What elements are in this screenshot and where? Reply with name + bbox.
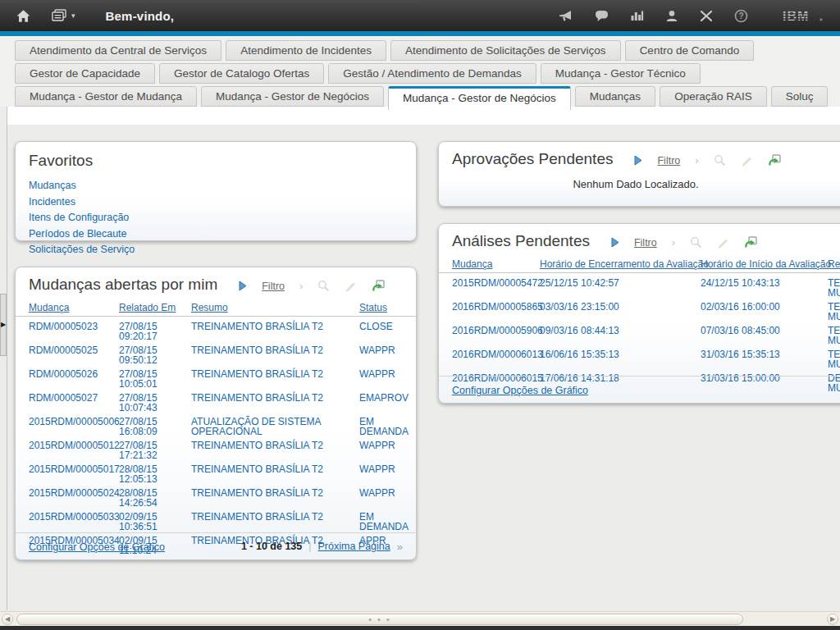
- cell-status: WAPPR: [359, 463, 415, 485]
- column-header-status[interactable]: Status: [359, 302, 387, 313]
- filter-link[interactable]: Filtro: [657, 155, 680, 167]
- cell-horario-inicio: 31/03/16 15:35:13: [701, 348, 828, 370]
- configure-graph-options-link[interactable]: Configurar Opções de Gráfico: [29, 541, 165, 553]
- cell-horario-inicio: 02/03/16 16:00:00: [701, 300, 828, 322]
- table-row: 2015RDM/00005472 25/12/15 10:42:57 24/12…: [439, 275, 840, 299]
- refresh-icon[interactable]: [768, 154, 781, 167]
- cell-resumo: TES MU: [828, 348, 840, 370]
- cell-resumo: TES MU: [828, 324, 840, 346]
- cell-mudanca[interactable]: 2015RDM/00005017: [29, 463, 119, 485]
- column-header-resumo[interactable]: Resumo: [191, 302, 228, 313]
- column-header-relatado-em[interactable]: Relatado Em: [119, 302, 176, 313]
- tab-atendimento-central-servicos[interactable]: Atendimento da Central de Serviços: [15, 40, 221, 61]
- favorite-link-solicitacoes-servico[interactable]: Solicitações de Serviço: [29, 244, 135, 255]
- close-icon[interactable]: [700, 10, 713, 22]
- table-row: 2015RDM/00005006 27/08/15 16:08:09 ATUAL…: [16, 413, 416, 437]
- table-row: RDM/00005026 27/08/15 10:05:01 TREINAMEN…: [16, 366, 416, 390]
- favorite-link-periodos-blecaute[interactable]: Períodos de Blecaute: [29, 228, 127, 240]
- filter-link[interactable]: Filtro: [262, 281, 285, 292]
- cell-mudanca[interactable]: RDM/00005027: [29, 391, 119, 413]
- cell-mudanca[interactable]: 2016RDM/00005865: [452, 300, 540, 322]
- refresh-icon[interactable]: [744, 236, 757, 249]
- cell-relatado-em: 27/08/15 16:08:09: [119, 415, 191, 437]
- my-open-changes-title: Mudanças abertas por mim: [29, 276, 217, 294]
- cell-mudanca[interactable]: 2016RDM/00006013: [452, 348, 540, 370]
- search-icon[interactable]: [714, 154, 726, 167]
- filter-link[interactable]: Filtro: [634, 237, 657, 249]
- cell-mudanca[interactable]: 2015RDM/00005472: [452, 276, 540, 299]
- column-header-horario-inicio[interactable]: Horário de Início da Avaliação: [701, 258, 831, 270]
- scrollbar-track[interactable]: • • •: [15, 613, 825, 626]
- chevron-right-icon: ›: [695, 154, 698, 167]
- panel-header: Aprovações Pendentes Filtro ›: [439, 142, 840, 168]
- tab-centro-comando[interactable]: Centro de Comando: [625, 40, 755, 61]
- expand-filter-icon[interactable]: [239, 281, 247, 291]
- tab-operacao-rais[interactable]: Operação RAIS: [660, 86, 767, 107]
- column-header-mudanca[interactable]: Mudança: [452, 258, 492, 270]
- favorite-link-incidentes[interactable]: Incidentes: [29, 196, 75, 208]
- announcements-icon[interactable]: [559, 10, 573, 22]
- cell-mudanca[interactable]: 2015RDM/00005033: [29, 510, 119, 532]
- tab-gestor-capacidade[interactable]: Gestor de Capacidade: [15, 63, 155, 84]
- refresh-icon[interactable]: [372, 280, 385, 292]
- next-page-link[interactable]: Próxima Página: [318, 541, 390, 552]
- panel-header: Análises Pendentes Filtro ›: [439, 224, 840, 250]
- scroll-right-button[interactable]: ▶: [827, 614, 838, 625]
- cell-status: EM DEMANDA: [359, 415, 415, 437]
- pagination: 1 - 10 de 135 | Próxima Página »: [241, 541, 403, 553]
- column-header-resumo[interactable]: Resumo: [828, 258, 840, 270]
- column-header-mudanca[interactable]: Mudança: [29, 302, 69, 313]
- horizontal-scrollbar[interactable]: ◀ • • • ▶: [0, 611, 840, 626]
- tab-gestao-atendimento-demandas[interactable]: Gestão / Atendimento de Demandas: [328, 63, 536, 84]
- chevron-right-icon: ›: [299, 280, 303, 292]
- tab-mudancas[interactable]: Mudanças: [575, 86, 655, 107]
- home-icon[interactable]: [11, 7, 35, 25]
- edit-portlet-icon[interactable]: [741, 155, 753, 167]
- tab-gestor-catalogo-ofertas[interactable]: Gestor de Catalogo Ofertas: [159, 63, 324, 84]
- tab-atendimento-incidentes[interactable]: Atendimento de Incidentes: [226, 40, 386, 61]
- goto-applications-icon[interactable]: ▾: [47, 7, 80, 25]
- cell-mudanca[interactable]: 2015RDM/00005024: [29, 486, 119, 509]
- goto-caret-icon: ▾: [71, 11, 75, 20]
- edit-portlet-icon[interactable]: [717, 237, 729, 249]
- configure-graph-options-link[interactable]: Configurar Opções de Gráfico: [452, 385, 588, 396]
- scroll-left-button[interactable]: ◀: [2, 614, 13, 625]
- cell-mudanca[interactable]: 2015RDM/00005006: [29, 415, 119, 437]
- list-item: Incidentes: [29, 194, 403, 210]
- tab-row-2: Gestor de Capacidade Gestor de Catalogo …: [15, 63, 840, 84]
- table-row: RDM/00005027 27/08/15 10:07:43 TREINAMEN…: [16, 390, 416, 413]
- cell-resumo: TREINAMENTO BRASÍLIA T2: [191, 486, 359, 509]
- cell-mudanca[interactable]: RDM/00005026: [29, 368, 119, 390]
- edit-portlet-icon[interactable]: [345, 281, 357, 292]
- tab-mudanca-gestor-negocios-active[interactable]: Mudança - Gestor de Negócios: [388, 86, 571, 110]
- reports-icon[interactable]: [630, 10, 644, 22]
- expand-filter-icon[interactable]: [634, 155, 642, 166]
- cell-mudanca[interactable]: RDM/00005023: [29, 320, 119, 342]
- profile-icon[interactable]: [665, 10, 678, 22]
- cell-status: CLOSE: [359, 320, 415, 342]
- tab-solucoes[interactable]: Soluç: [771, 86, 829, 107]
- tab-mudanca-gestor-mudanca[interactable]: Mudança - Gestor de Mudança: [15, 86, 197, 107]
- cell-mudanca[interactable]: RDM/00005025: [29, 344, 119, 366]
- sidebar-expand-handle[interactable]: ▶: [0, 294, 7, 356]
- scrollbar-thumb[interactable]: • • •: [16, 614, 743, 625]
- search-icon[interactable]: [690, 236, 702, 249]
- search-icon[interactable]: [317, 280, 330, 292]
- column-header-horario-encerramento[interactable]: Horário de Encerramento da Avaliação: [540, 258, 709, 270]
- tab-atendimento-solicitacoes-servicos[interactable]: Atendimento de Solicitações de Serviços: [390, 40, 621, 61]
- tab-mudanca-gestor-negocios[interactable]: Mudança - Gestor de Negócios: [201, 86, 384, 107]
- favorites-list: Mudanças Incidentes Itens de Configuraçã…: [29, 177, 403, 258]
- favorite-link-itens-configuracao[interactable]: Itens de Configuração: [29, 212, 129, 223]
- expand-filter-icon[interactable]: [611, 237, 619, 248]
- cell-mudanca[interactable]: 2015RDM/00005012: [29, 439, 119, 461]
- feedback-icon[interactable]: [595, 10, 609, 22]
- cell-mudanca[interactable]: 2016RDM/00005906: [452, 324, 540, 346]
- next-page-arrow-icon[interactable]: »: [397, 541, 403, 553]
- cell-relatado-em: 28/08/15 12:05:13: [119, 463, 191, 485]
- pagination-separator: |: [308, 541, 311, 552]
- help-icon[interactable]: ?: [734, 9, 748, 23]
- pending-approvals-panel: Aprovações Pendentes Filtro › Nenhum Dad…: [438, 141, 840, 207]
- tab-mudanca-gestor-tecnico[interactable]: Mudança - Gestor Técnico: [541, 63, 701, 84]
- list-item: Períodos de Blecaute: [29, 226, 403, 242]
- favorite-link-mudancas[interactable]: Mudanças: [29, 180, 76, 191]
